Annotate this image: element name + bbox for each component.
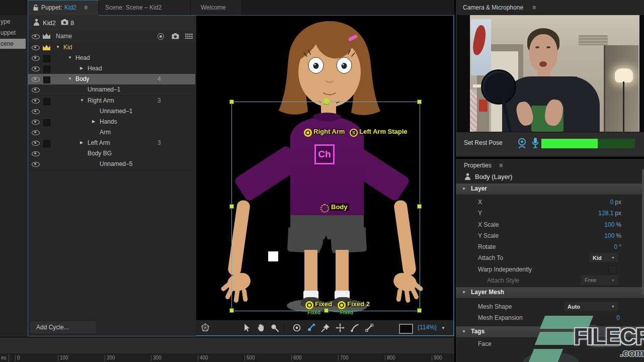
layer-tree-row[interactable]: Unnamed–5 <box>28 159 195 170</box>
body-handle-icon[interactable] <box>320 204 329 213</box>
layer-tree-row[interactable]: ▼Body4 <box>28 74 195 85</box>
chevron-down-icon: ▼ <box>611 279 615 282</box>
property-row: X Scale100% <box>456 220 644 230</box>
timeline-ruler[interactable]: es 0100200300400500600700800900 <box>0 353 454 362</box>
property-value[interactable]: 0 <box>614 243 618 250</box>
scrollbar-thumb[interactable] <box>642 169 644 295</box>
eye-icon[interactable] <box>32 109 40 114</box>
eye-icon[interactable] <box>32 87 40 93</box>
mesh-toggle-icon[interactable] <box>200 323 210 333</box>
fixed2-handle-icon[interactable] <box>338 301 346 309</box>
eye-icon[interactable] <box>32 141 40 146</box>
tab-welcome[interactable]: Welcome <box>191 0 241 15</box>
selection-handle-top-left[interactable] <box>229 100 234 104</box>
crown-icon[interactable] <box>43 45 50 50</box>
person-mouth <box>539 61 547 67</box>
layer-tree-row[interactable]: ▼Kid <box>28 42 195 53</box>
visibility-column-icon[interactable] <box>32 34 40 39</box>
select-tool-icon[interactable] <box>242 323 252 333</box>
microphone-icon[interactable] <box>531 137 539 149</box>
stick-tool-icon[interactable] <box>364 323 374 333</box>
eye-icon[interactable] <box>32 56 40 61</box>
collapse-arrow-icon[interactable]: ▼ <box>56 45 60 49</box>
property-value[interactable]: 128.1 <box>598 210 613 217</box>
eye-icon[interactable] <box>32 120 40 125</box>
add-cycle-button[interactable]: Add Cycle... <box>30 321 96 333</box>
attach-style-dropdown[interactable]: Free▼ <box>581 276 618 285</box>
eye-icon[interactable] <box>32 151 40 156</box>
collapse-arrow-icon[interactable]: ▼ <box>68 55 72 60</box>
collapse-arrow-icon[interactable]: ▼ <box>80 98 84 103</box>
layer-tree-row[interactable]: ▶Head <box>28 63 195 74</box>
layer-checkbox[interactable] <box>43 140 50 147</box>
warp-independently-checkbox[interactable] <box>608 265 616 274</box>
layer-checkbox[interactable] <box>43 66 50 73</box>
layer-checkbox[interactable] <box>43 55 50 62</box>
staple-badge-icon[interactable]: S <box>350 129 358 137</box>
zoom-tool-icon[interactable] <box>270 323 280 333</box>
layer-tree-row[interactable]: ▼Right Arm3 <box>28 96 195 107</box>
project-item[interactable]: ype <box>0 17 26 27</box>
camera-column-icon[interactable] <box>172 33 179 39</box>
layer-tree-row[interactable]: Unnamed–1 <box>28 106 195 117</box>
tab-puppet[interactable]: Puppet: Kid2 ≡ <box>28 0 98 15</box>
property-value[interactable]: 100 <box>604 221 614 228</box>
layer-checkbox[interactable] <box>43 76 50 83</box>
mesh-shape-dropdown[interactable]: Auto▼ <box>564 302 618 311</box>
layer-tree-row[interactable]: ▶Hands <box>28 117 195 128</box>
attach-to-dropdown[interactable]: Kid▼ <box>589 253 618 262</box>
selection-handle-mid-right[interactable] <box>417 204 422 209</box>
property-unit: % <box>616 221 621 228</box>
dragger-tool-icon[interactable] <box>306 323 316 333</box>
expand-arrow-icon[interactable]: ▶ <box>80 140 83 145</box>
layer-tree-row[interactable]: Arm <box>28 127 195 138</box>
eye-icon[interactable] <box>32 99 40 104</box>
right-arm-handle-icon[interactable] <box>304 129 312 137</box>
set-rest-pose-button[interactable]: Set Rest Pose <box>464 139 503 146</box>
project-item[interactable]: uppet <box>0 28 26 38</box>
white-marker-square[interactable] <box>268 251 278 261</box>
selection-handle-bottom-center[interactable] <box>324 308 329 313</box>
zoom-level-label[interactable]: (114%) <box>418 324 437 331</box>
handle-tool-icon[interactable] <box>292 323 302 333</box>
layer-tree-row[interactable]: Unnamed–1 <box>28 84 195 96</box>
mesh-grid-icon[interactable] <box>185 34 193 39</box>
record-dot-icon[interactable] <box>157 33 164 40</box>
selection-handle-top-right[interactable] <box>417 100 422 104</box>
background-swatch[interactable] <box>399 324 413 334</box>
eye-icon[interactable] <box>32 162 40 167</box>
eye-icon[interactable] <box>32 66 40 71</box>
layer-tree-row[interactable]: ▼Head <box>28 53 195 64</box>
eye-icon[interactable] <box>32 130 40 135</box>
selection-handle-bottom-left[interactable] <box>229 308 234 313</box>
zoom-chevron-down-icon[interactable]: ▼ <box>441 326 445 330</box>
expand-arrow-icon[interactable]: ▶ <box>92 119 95 124</box>
selection-handle-mid-left[interactable] <box>229 204 234 209</box>
transform-tool-icon[interactable] <box>335 323 345 333</box>
webcam-icon[interactable] <box>517 138 527 149</box>
property-value[interactable]: 100 <box>604 232 614 239</box>
layer-tree-row[interactable]: ▶Left Arm3 <box>28 138 195 149</box>
panel-menu-icon[interactable]: ≡ <box>84 0 88 15</box>
tab-scene[interactable]: Scene: Scene – Kid2 <box>99 0 190 15</box>
property-value[interactable]: 0 <box>616 314 620 321</box>
face-tag-chip[interactable] <box>591 336 620 347</box>
property-value[interactable]: 0 <box>610 199 614 206</box>
pin-tool-icon[interactable] <box>320 323 331 333</box>
puppet-canvas[interactable]: Ch Right Arm S Left Arm Staple Body <box>196 15 455 337</box>
collapse-arrow-icon[interactable]: ▼ <box>68 76 72 81</box>
expand-arrow-icon[interactable]: ▶ <box>80 66 83 70</box>
crown-column-icon[interactable] <box>43 33 50 39</box>
eye-icon[interactable] <box>32 77 40 82</box>
layer-checkbox[interactable] <box>43 119 50 126</box>
origin-handle[interactable] <box>324 99 329 104</box>
panel-menu-icon[interactable]: ≡ <box>532 4 536 11</box>
fixed-handle-icon[interactable] <box>305 301 313 309</box>
project-item[interactable]: cene <box>0 39 26 49</box>
layer-tree-row[interactable]: Body BG <box>28 148 195 159</box>
hand-tool-icon[interactable] <box>256 323 266 333</box>
layer-checkbox[interactable] <box>43 98 50 105</box>
selection-handle-bottom-right[interactable] <box>417 308 422 313</box>
dangle-tool-icon[interactable] <box>350 323 360 333</box>
eye-icon[interactable] <box>32 45 40 50</box>
